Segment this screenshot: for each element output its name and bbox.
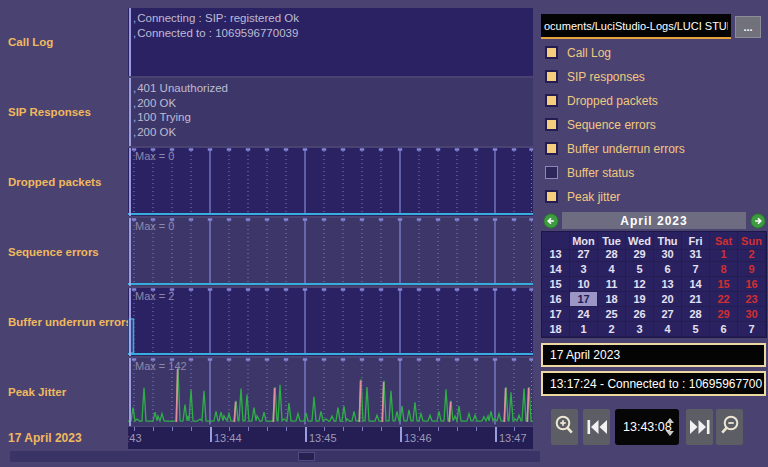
filter-checkbox-sip-responses[interactable]: SIP responses xyxy=(545,70,685,83)
timeline-major-tick xyxy=(305,427,307,442)
playhead-cursor[interactable] xyxy=(129,78,131,146)
calendar-day-cell[interactable]: 12 xyxy=(626,277,654,292)
calendar-day-cell[interactable]: 21 xyxy=(682,292,710,307)
skip-to-end-button[interactable] xyxy=(686,409,713,445)
checkbox-icon[interactable] xyxy=(545,190,558,203)
checkbox-icon[interactable] xyxy=(545,46,558,59)
filter-checkbox-peak-jitter[interactable]: Peak jitter xyxy=(545,190,685,203)
track-label-peak-jitter: Peak Jitter xyxy=(0,358,127,426)
calendar-day-cell[interactable]: 23 xyxy=(738,292,766,307)
log-folder-path-input[interactable] xyxy=(541,14,731,39)
filter-checkbox-call-log[interactable]: Call Log xyxy=(545,46,685,59)
calendar-day-cell[interactable]: 2 xyxy=(738,247,766,262)
playhead-cursor[interactable] xyxy=(129,358,131,426)
checkbox-icon[interactable] xyxy=(545,166,558,179)
calendar-day-cell[interactable]: 4 xyxy=(654,322,682,337)
calendar-day-cell[interactable]: 9 xyxy=(738,262,766,277)
calendar-day-cell[interactable]: 14 xyxy=(682,277,710,292)
calendar-day-cell[interactable]: 30 xyxy=(654,247,682,262)
track-panel-peak-jitter[interactable]: Max = 142 xyxy=(128,358,533,426)
calendar-day-cell[interactable]: 24 xyxy=(570,307,598,322)
max-value-label: Max = 0 xyxy=(135,150,174,162)
calendar-day-cell[interactable]: 1 xyxy=(570,322,598,337)
calendar-day-cell[interactable]: 27 xyxy=(654,307,682,322)
calendar-day-cell[interactable]: 7 xyxy=(738,322,766,337)
magnifier-minus-icon xyxy=(718,414,742,440)
calendar-day-cell[interactable]: 29 xyxy=(710,307,738,322)
track-panel-call-log[interactable]: Connecting : SIP: registered OkConnected… xyxy=(128,8,533,76)
time-value: 13:43:08 xyxy=(623,420,672,434)
calendar-day-cell[interactable]: 19 xyxy=(626,292,654,307)
log-line: 200 OK xyxy=(133,125,228,140)
browse-button[interactable]: ... xyxy=(735,16,761,38)
calendar-day-cell[interactable]: 20 xyxy=(654,292,682,307)
time-up-icon[interactable] xyxy=(666,418,674,423)
calendar-day-cell[interactable]: 27 xyxy=(570,247,598,262)
checkbox-label: Buffer underrun errors xyxy=(567,142,685,156)
calendar-day-cell[interactable]: 7 xyxy=(682,262,710,277)
track-panel-sip-responses[interactable]: 401 Unauthorized200 OK100 Trying200 OK xyxy=(128,78,533,146)
playhead-cursor[interactable] xyxy=(129,8,131,76)
calendar-day-cell[interactable]: 17 xyxy=(570,292,598,307)
calendar-day-cell[interactable]: 29 xyxy=(626,247,654,262)
filter-checkbox-buffer-underrun-errors[interactable]: Buffer underrun errors xyxy=(545,142,685,155)
checkbox-icon[interactable] xyxy=(545,142,558,155)
calendar-prev-month-button[interactable] xyxy=(541,212,560,229)
calendar-day-cell[interactable]: 26 xyxy=(626,307,654,322)
track-panel-buffer-underrun-errors[interactable]: Max = 2 xyxy=(128,288,533,356)
timeline-ruler[interactable]: 13:4313:4413:4513:4613:47 xyxy=(128,427,533,449)
calendar-day-cell[interactable]: 6 xyxy=(710,322,738,337)
calendar-day-cell[interactable]: 28 xyxy=(598,247,626,262)
calendar-day-cell[interactable]: 11 xyxy=(598,277,626,292)
checkbox-label: Sequence errors xyxy=(567,118,656,132)
filter-checkbox-dropped-packets[interactable]: Dropped packets xyxy=(545,94,685,107)
calendar-week-number: 17 xyxy=(542,307,570,322)
time-down-icon[interactable] xyxy=(666,431,674,436)
calendar-day-cell[interactable]: 6 xyxy=(654,262,682,277)
calendar-week-number: 13 xyxy=(542,247,570,262)
timeline-major-tick xyxy=(400,427,402,442)
calendar-day-cell[interactable]: 16 xyxy=(738,277,766,292)
calendar-day-cell[interactable]: 10 xyxy=(570,277,598,292)
track-panel-dropped-packets[interactable]: Max = 0 xyxy=(128,148,533,216)
timeline-minor-tick xyxy=(134,427,135,431)
calendar-day-cell[interactable]: 30 xyxy=(738,307,766,322)
horizontal-scrollbar[interactable] xyxy=(10,451,540,462)
calendar-day-cell[interactable]: 4 xyxy=(598,262,626,277)
calendar-day-cell[interactable]: 2 xyxy=(598,322,626,337)
skip-to-start-button[interactable] xyxy=(583,409,610,445)
calendar-day-cell[interactable]: 8 xyxy=(710,262,738,277)
checkbox-icon[interactable] xyxy=(545,70,558,83)
calendar-day-cell[interactable]: 5 xyxy=(682,322,710,337)
calendar-day-cell[interactable]: 18 xyxy=(598,292,626,307)
track-panel-sequence-errors[interactable]: Max = 0 xyxy=(128,218,533,286)
playhead-cursor[interactable] xyxy=(129,148,131,216)
playhead-cursor[interactable] xyxy=(129,218,131,286)
calendar-day-cell[interactable]: 3 xyxy=(626,322,654,337)
calendar-day-cell[interactable]: 1 xyxy=(710,247,738,262)
track-label-sequence-errors: Sequence errors xyxy=(0,218,127,286)
calendar-day-cell[interactable]: 25 xyxy=(598,307,626,322)
timeline-minor-tick xyxy=(248,427,249,431)
scrollbar-thumb[interactable] xyxy=(298,452,315,461)
calendar-day-cell[interactable]: 22 xyxy=(710,292,738,307)
calendar-day-cell[interactable]: 15 xyxy=(710,277,738,292)
timeline-minor-tick xyxy=(514,427,515,431)
calendar-day-cell[interactable]: 3 xyxy=(570,262,598,277)
calendar-day-cell[interactable]: 31 xyxy=(682,247,710,262)
filter-checkbox-sequence-errors[interactable]: Sequence errors xyxy=(545,118,685,131)
zoom-in-button[interactable] xyxy=(551,409,578,445)
filter-checkbox-buffer-status[interactable]: Buffer status xyxy=(545,166,685,179)
timeline-minor-tick xyxy=(229,427,230,431)
calendar-next-month-button[interactable] xyxy=(748,212,767,229)
zoom-out-button[interactable] xyxy=(716,409,743,445)
calendar-day-cell[interactable]: 28 xyxy=(682,307,710,322)
time-spinner[interactable]: 13:43:08 xyxy=(615,409,679,445)
selected-date-field[interactable]: 17 April 2023 xyxy=(541,343,766,367)
playhead-cursor[interactable] xyxy=(129,288,131,356)
calendar-header: April 2023 xyxy=(541,211,767,230)
checkbox-icon[interactable] xyxy=(545,118,558,131)
checkbox-icon[interactable] xyxy=(545,94,558,107)
calendar-day-cell[interactable]: 5 xyxy=(626,262,654,277)
calendar-day-cell[interactable]: 13 xyxy=(654,277,682,292)
